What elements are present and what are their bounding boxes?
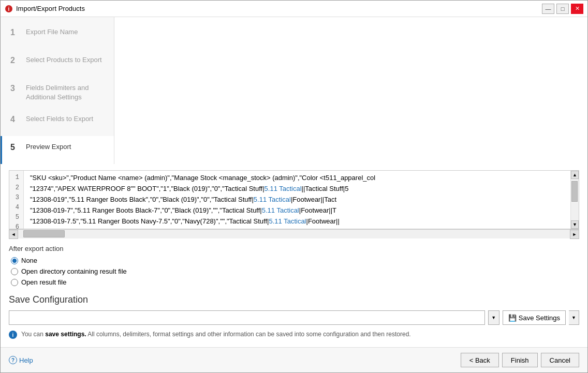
- help-icon[interactable]: ?: [9, 356, 17, 364]
- footer: ? Help < Back Finish Cancel: [1, 347, 587, 372]
- main-window: i Import/Export Products — □ ✕ 1 Export …: [0, 0, 588, 373]
- line-num-1: 1: [11, 173, 21, 183]
- config-dropdown-button[interactable]: ▼: [488, 310, 499, 325]
- radio-open-dir-label: Open directory containing result file: [21, 267, 127, 275]
- line-num-3: 3: [11, 193, 21, 203]
- h-scroll-track[interactable]: [18, 230, 570, 238]
- sidebar-item-select-products[interactable]: 2 Select Products to Export: [1, 49, 114, 77]
- step-3-label: Fields Delimiters and Additional Setting…: [26, 83, 106, 102]
- title-bar-left: i Import/Export Products: [5, 5, 85, 13]
- save-settings-dropdown[interactable]: ▼: [569, 310, 579, 325]
- code-line-6: "12308-019-8","5.11 Ranger Boots Navy-8"…: [30, 227, 566, 229]
- save-settings-label: Save Settings: [519, 314, 560, 322]
- step-1-label: Export File Name: [26, 27, 78, 37]
- radio-none-input[interactable]: [11, 257, 18, 264]
- radio-open-file-input[interactable]: [11, 279, 18, 286]
- svg-text:i: i: [8, 6, 10, 12]
- code-line-5: "12308-019-7.5","5.11 Ranger Boots Navy-…: [30, 216, 566, 227]
- minimize-button[interactable]: —: [542, 4, 554, 14]
- step-4-label: Select Fields to Export: [26, 114, 93, 124]
- h-scroll-thumb: [23, 230, 65, 237]
- sidebar: 1 Export File Name 2 Select Products to …: [1, 17, 114, 164]
- radio-none[interactable]: None: [11, 257, 579, 264]
- step-2-label: Select Products to Export: [26, 55, 102, 65]
- step-5-label: Preview Export: [26, 142, 71, 152]
- vertical-scrollbar[interactable]: ▲ ▼: [570, 171, 579, 229]
- step-2-number: 2: [10, 55, 21, 65]
- after-export-section: After export action None Open directory …: [9, 238, 579, 290]
- radio-group: None Open directory containing result fi…: [11, 257, 579, 286]
- title-bar-controls: — □ ✕: [542, 4, 583, 14]
- preview-table: 1 2 3 4 5 6 7 "SKU <sku>","Product Name …: [9, 170, 579, 229]
- v-scroll-thumb: [571, 181, 578, 202]
- radio-open-file[interactable]: Open result file: [11, 278, 579, 286]
- code-content: "SKU <sku>","Product Name <name> (admin)…: [26, 171, 570, 229]
- scroll-down-arrow[interactable]: ▼: [571, 220, 579, 229]
- help-link[interactable]: Help: [19, 356, 33, 364]
- sidebar-item-preview-export[interactable]: 5 Preview Export: [1, 136, 114, 164]
- after-export-title: After export action: [9, 245, 579, 252]
- v-scroll-track[interactable]: [571, 179, 579, 220]
- scroll-left-arrow[interactable]: ◄: [9, 230, 18, 239]
- info-icon: i: [9, 331, 17, 339]
- save-config-title: Save Configuration: [9, 294, 579, 305]
- cancel-button[interactable]: Cancel: [541, 353, 579, 367]
- info-row: i You can save settings. All columns, de…: [9, 330, 579, 339]
- main-content: 1 Export File Name 2 Select Products to …: [1, 17, 587, 347]
- footer-buttons: < Back Finish Cancel: [461, 353, 579, 367]
- window-title: Import/Export Products: [16, 5, 85, 12]
- step-5-number: 5: [10, 142, 21, 152]
- preview-wrapper: 1 2 3 4 5 6 7 "SKU <sku>","Product Name …: [9, 170, 579, 238]
- line-num-6: 6: [11, 222, 21, 229]
- horizontal-scrollbar[interactable]: ◄ ►: [9, 229, 579, 238]
- preview-table-inner: 1 2 3 4 5 6 7 "SKU <sku>","Product Name …: [9, 171, 570, 229]
- finish-button[interactable]: Finish: [502, 353, 538, 367]
- step-4-number: 4: [10, 114, 21, 124]
- line-num-5: 5: [11, 213, 21, 222]
- save-config-section: Save Configuration ▼ 💾 Save Settings ▼ i…: [9, 290, 579, 347]
- title-bar: i Import/Export Products — □ ✕: [1, 1, 587, 17]
- info-text: You can save settings. All columns, deli…: [21, 330, 411, 339]
- back-button[interactable]: < Back: [461, 353, 499, 367]
- step-3-number: 3: [10, 83, 21, 93]
- line-num-2: 2: [11, 183, 21, 193]
- save-settings-button[interactable]: 💾 Save Settings: [503, 310, 566, 325]
- code-line-2: "12374","APEX WATERPROOF 8"" BOOT","1","…: [30, 184, 566, 195]
- save-icon: 💾: [508, 314, 517, 322]
- maximize-button[interactable]: □: [556, 4, 569, 14]
- footer-help: ? Help: [9, 356, 33, 364]
- sidebar-item-fields-delimiters[interactable]: 3 Fields Delimiters and Additional Setti…: [1, 77, 114, 108]
- code-line-1: "SKU <sku>","Product Name <name> (admin)…: [30, 173, 566, 184]
- code-line-4: "12308-019-7","5.11 Ranger Boots Black-7…: [30, 205, 566, 216]
- config-name-input[interactable]: [9, 310, 485, 325]
- code-scroll-area[interactable]: 1 2 3 4 5 6 7 "SKU <sku>","Product Name …: [9, 171, 570, 229]
- code-line-3: "12308-019","5.11 Ranger Boots Black","0…: [30, 195, 566, 205]
- radio-none-label: None: [21, 257, 37, 264]
- line-numbers: 1 2 3 4 5 6 7: [9, 171, 24, 229]
- step-1-number: 1: [10, 27, 21, 37]
- close-button[interactable]: ✕: [571, 4, 583, 14]
- app-icon: i: [5, 5, 13, 13]
- sidebar-item-export-file-name[interactable]: 1 Export File Name: [1, 21, 114, 49]
- save-config-row: ▼ 💾 Save Settings ▼: [9, 310, 579, 325]
- radio-open-dir-input[interactable]: [11, 268, 18, 275]
- scroll-right-arrow[interactable]: ►: [570, 230, 579, 239]
- line-num-4: 4: [11, 203, 21, 213]
- sidebar-item-select-fields[interactable]: 4 Select Fields to Export: [1, 108, 114, 136]
- radio-open-dir[interactable]: Open directory containing result file: [11, 267, 579, 275]
- content-area: 1 2 3 4 5 6 7 "SKU <sku>","Product Name …: [1, 164, 587, 347]
- scroll-up-arrow[interactable]: ▲: [571, 171, 579, 179]
- radio-open-file-label: Open result file: [21, 278, 66, 286]
